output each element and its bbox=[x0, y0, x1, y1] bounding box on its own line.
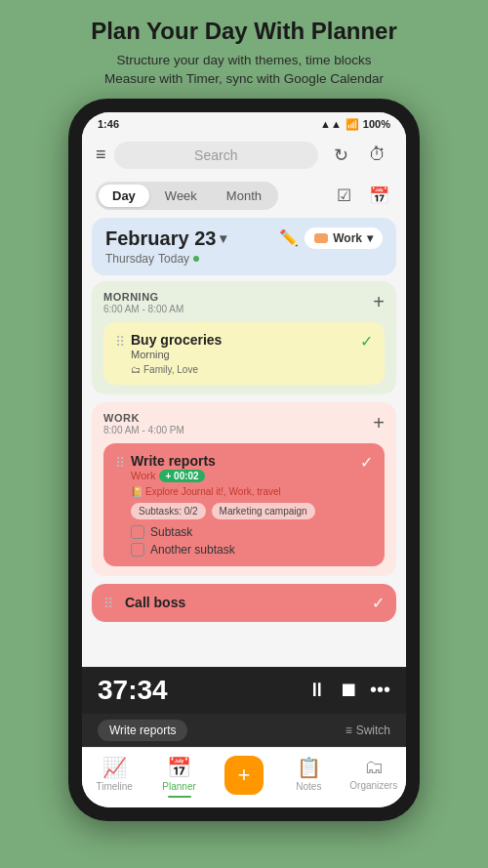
view-tabs: Day Week Month ☑ 📅 bbox=[82, 178, 406, 218]
call-boss-area[interactable]: ⠿ Call boss ✓ bbox=[92, 584, 396, 622]
write-reports-tags: 📔 Explore Journal it!, Work, travel bbox=[131, 486, 360, 497]
timer-controls: ⏸ ⏹ ••• bbox=[307, 679, 390, 701]
morning-task-tags: 🗂 Family, Love bbox=[131, 364, 360, 375]
search-input[interactable]: Search bbox=[114, 142, 318, 169]
checklist-icon[interactable]: ☑ bbox=[330, 182, 357, 209]
work-label: WORK bbox=[103, 412, 184, 424]
notes-icon: 📋 bbox=[297, 756, 321, 779]
organizers-icon: 🗂 bbox=[364, 756, 384, 778]
work-badge[interactable]: Work ▾ bbox=[305, 227, 383, 249]
call-boss-check-icon[interactable]: ✓ bbox=[372, 594, 385, 612]
promo-title: Plan Your Day With Planner bbox=[91, 18, 397, 46]
subtask-item-1[interactable]: Subtask bbox=[131, 525, 360, 539]
wifi-icon: 📶 bbox=[346, 118, 359, 131]
drag-handle-icon-2: ⠿ bbox=[115, 455, 125, 471]
marketing-chip: Marketing campaign bbox=[212, 503, 315, 519]
tab-day[interactable]: Day bbox=[99, 185, 149, 207]
timeline-label: Timeline bbox=[96, 781, 132, 792]
tab-week[interactable]: Week bbox=[151, 185, 211, 207]
timer-pause-button[interactable]: ⏸ bbox=[307, 679, 327, 701]
timer-more-button[interactable]: ••• bbox=[370, 679, 390, 701]
nav-planner[interactable]: 📅 Planner bbox=[153, 756, 206, 798]
promo-header: Plan Your Day With Planner Structure you… bbox=[71, 0, 417, 99]
menu-icon[interactable]: ≡ bbox=[96, 145, 106, 165]
date-title: February 23 ▾ bbox=[105, 227, 226, 250]
content-area: February 23 ▾ Thursday Today ✏️ Work ▾ bbox=[82, 218, 406, 667]
date-actions: ✏️ Work ▾ bbox=[279, 227, 383, 249]
date-info: February 23 ▾ Thursday Today bbox=[105, 227, 226, 266]
battery-level: 100% bbox=[363, 118, 390, 130]
app-header: ≡ Search ↻ ⏱ bbox=[82, 135, 406, 178]
planner-active-indicator bbox=[168, 796, 191, 798]
timer-icon[interactable]: ⏱ bbox=[363, 141, 392, 170]
nav-organizers[interactable]: 🗂 Organizers bbox=[347, 756, 400, 798]
nav-create[interactable]: + bbox=[218, 756, 270, 798]
status-time: 1:46 bbox=[98, 118, 119, 130]
timer-display: 37:34 bbox=[98, 675, 168, 706]
morning-task-check-icon[interactable]: ✓ bbox=[360, 332, 373, 351]
write-reports-card[interactable]: ⠿ Write reports Work + 00:02 📔 Explore J… bbox=[103, 443, 385, 566]
drag-handle-icon-3: ⠿ bbox=[103, 596, 113, 611]
work-add-button[interactable]: + bbox=[373, 412, 385, 434]
tab-month[interactable]: Month bbox=[213, 185, 275, 207]
promo-subtitle: Structure your day with themes, time blo… bbox=[91, 52, 397, 89]
calendar-icon[interactable]: 📅 bbox=[365, 182, 392, 209]
write-reports-check-icon[interactable]: ✓ bbox=[360, 453, 373, 472]
phone-screen: 1:46 ▲▲ 📶 100% ≡ Search ↻ ⏱ Day Week Mon… bbox=[82, 112, 406, 807]
status-right: ▲▲ 📶 100% bbox=[320, 118, 390, 131]
notes-label: Notes bbox=[296, 781, 321, 792]
timer-bar: 37:34 ⏸ ⏹ ••• bbox=[82, 667, 406, 714]
write-reports-top: ⠿ Write reports Work + 00:02 📔 Explore J… bbox=[115, 453, 373, 557]
bottom-nav: 📈 Timeline 📅 Planner + 📋 Notes 🗂 Organiz… bbox=[82, 747, 406, 807]
morning-add-button[interactable]: + bbox=[373, 291, 385, 313]
timer-badge: + 00:02 bbox=[159, 470, 204, 482]
phone-shell: 1:46 ▲▲ 📶 100% ≡ Search ↻ ⏱ Day Week Mon… bbox=[68, 99, 420, 821]
today-indicator bbox=[193, 256, 199, 262]
write-reports-title: Write reports bbox=[131, 453, 360, 469]
planner-icon: 📅 bbox=[167, 756, 191, 779]
timeline-icon: 📈 bbox=[102, 756, 127, 779]
morning-task-card[interactable]: ⠿ Buy groceries Morning 🗂 Family, Love bbox=[103, 322, 385, 385]
date-header: February 23 ▾ Thursday Today ✏️ Work ▾ bbox=[92, 218, 396, 275]
morning-time: 6:00 AM - 8:00 AM bbox=[103, 304, 183, 314]
nav-timeline[interactable]: 📈 Timeline bbox=[88, 756, 141, 798]
subtask-chips: Subtasks: 0/2 Marketing campaign bbox=[131, 503, 360, 519]
timer-switch-button[interactable]: ≡ Switch bbox=[346, 723, 390, 737]
morning-task-content: Buy groceries Morning 🗂 Family, Love bbox=[131, 332, 360, 375]
drag-handle-icon: ⠿ bbox=[115, 334, 125, 350]
subtask-checkbox-2[interactable] bbox=[131, 543, 144, 557]
timer-stop-button[interactable]: ⏹ bbox=[339, 679, 358, 701]
work-color-dot bbox=[314, 233, 328, 243]
morning-label-group: MORNING 6:00 AM - 8:00 AM bbox=[103, 291, 183, 314]
organizers-label: Organizers bbox=[349, 780, 397, 791]
call-boss-title: Call boss bbox=[125, 595, 366, 610]
signal-icon: ▲▲ bbox=[320, 118, 342, 130]
work-badge-arrow: ▾ bbox=[367, 231, 373, 245]
morning-section-header: MORNING 6:00 AM - 8:00 AM + bbox=[103, 291, 385, 314]
subtask-checkbox-1[interactable] bbox=[131, 525, 144, 539]
planner-label: Planner bbox=[162, 781, 195, 792]
subtask-list: Subtask Another subtask bbox=[131, 525, 360, 557]
refresh-icon[interactable]: ↻ bbox=[326, 141, 355, 170]
timer-task-label[interactable]: Write reports bbox=[98, 720, 187, 741]
work-time: 8:00 AM - 4:00 PM bbox=[103, 425, 184, 435]
work-badge-label: Work bbox=[333, 231, 362, 245]
subtask-item-2[interactable]: Another subtask bbox=[131, 543, 360, 557]
status-bar: 1:46 ▲▲ 📶 100% bbox=[82, 112, 406, 135]
subtask-count-chip: Subtasks: 0/2 bbox=[131, 503, 206, 519]
morning-task-top: ⠿ Buy groceries Morning 🗂 Family, Love bbox=[115, 332, 373, 375]
work-section-header: WORK 8:00 AM - 4:00 PM + bbox=[103, 412, 385, 435]
timer-task-bar: Write reports ≡ Switch bbox=[82, 714, 406, 747]
tab-actions: ☑ 📅 bbox=[330, 182, 392, 209]
write-reports-subtitle: Work + 00:02 bbox=[131, 470, 360, 482]
date-arrow-icon[interactable]: ▾ bbox=[220, 230, 226, 246]
morning-section: MORNING 6:00 AM - 8:00 AM + ⠿ Buy grocer… bbox=[92, 281, 396, 394]
journal-icon: 📔 bbox=[131, 486, 142, 497]
morning-task-title: Buy groceries bbox=[131, 332, 360, 348]
folder-icon: 🗂 bbox=[131, 364, 141, 375]
write-reports-content: Write reports Work + 00:02 📔 Explore Jou… bbox=[131, 453, 360, 557]
nav-notes[interactable]: 📋 Notes bbox=[282, 756, 335, 798]
create-button[interactable]: + bbox=[224, 756, 264, 795]
edit-icon[interactable]: ✏️ bbox=[279, 228, 299, 247]
morning-label: MORNING bbox=[103, 291, 183, 303]
